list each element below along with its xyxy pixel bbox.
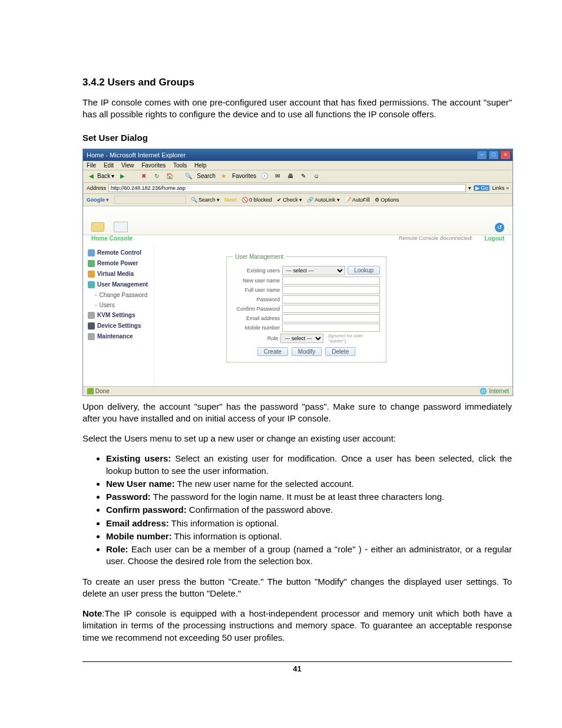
monitor-icon <box>114 222 128 232</box>
google-search-button[interactable]: 🔍 Search ▾ <box>191 197 220 203</box>
app-header: ↺ <box>83 206 513 235</box>
list-item: Password: The password for the login nam… <box>106 491 512 503</box>
history-icon[interactable]: 🕘 <box>260 172 269 181</box>
create-button[interactable]: Create <box>257 347 288 356</box>
ie-statusbar: 🟩 Done 🌐 Internet <box>83 386 513 396</box>
browser-toolbar: ◀ Back ▾ ▶ ✖ ↻ 🏠 🔍 Search ★ Favorites 🕘 … <box>83 170 513 183</box>
search-label[interactable]: Search <box>197 173 216 179</box>
existing-users-select[interactable]: --- select --- <box>282 266 345 275</box>
links-label[interactable]: Links » <box>492 185 509 191</box>
logout-link[interactable]: Logout <box>484 235 504 242</box>
field-definitions-list: Existing users: Select an existing user … <box>82 453 512 567</box>
google-blocked-button[interactable]: 🚫 0 blocked <box>242 197 272 203</box>
google-autolink-button[interactable]: 🔗 AutoLink ▾ <box>307 197 340 203</box>
modify-button[interactable]: Modify <box>292 347 322 356</box>
delete-button[interactable]: Delete <box>325 347 355 356</box>
back-button[interactable]: ◀ Back ▾ <box>87 172 114 181</box>
address-bar: Address ▾ ▶ Go Links » <box>83 183 513 194</box>
forward-icon[interactable]: ▶ <box>118 172 127 181</box>
remote-control-icon <box>88 249 95 256</box>
address-label: Address <box>87 185 106 191</box>
sidebar-item-change-password[interactable]: ◦ Change Password <box>83 290 154 300</box>
new-user-name-label: New user name <box>233 278 280 284</box>
email-address-input[interactable] <box>282 314 380 322</box>
device-icon <box>91 222 104 232</box>
full-user-name-input[interactable] <box>282 286 380 294</box>
menu-help[interactable]: Help <box>194 162 207 169</box>
google-toolbar: Google ▾ 🔍 Search ▾ Now! 🚫 0 blocked ✔ C… <box>83 194 513 206</box>
sidebar-item-kvm-settings[interactable]: KVM Settings <box>83 310 154 321</box>
home-icon[interactable]: 🏠 <box>165 172 174 181</box>
messenger-icon[interactable]: ☺ <box>312 172 321 181</box>
print-icon[interactable]: 🖶 <box>286 172 295 181</box>
app-tabs: Home Console <box>91 235 133 242</box>
content-pane: User Management Existing users --- selec… <box>154 244 513 386</box>
virtual-media-icon <box>88 271 95 278</box>
list-item: Email address: This information is optio… <box>106 518 512 529</box>
refresh-icon[interactable]: ↻ <box>152 172 161 181</box>
address-dropdown-icon[interactable]: ▾ <box>468 185 471 191</box>
confirm-password-input[interactable] <box>282 305 380 313</box>
sidebar-item-users[interactable]: ◦ Users <box>83 300 154 310</box>
go-button[interactable]: ▶ Go <box>474 185 490 191</box>
maintenance-icon <box>88 333 95 340</box>
google-autofill-button[interactable]: 📝 AutoFill <box>345 197 370 203</box>
maximize-icon[interactable]: □ <box>488 150 499 160</box>
stop-icon[interactable]: ✖ <box>139 172 148 181</box>
password-input[interactable] <box>282 295 380 304</box>
back-icon: ◀ <box>87 172 96 181</box>
titlebar: Home - Microsoft Internet Explorer – □ × <box>83 149 513 161</box>
existing-users-label: Existing users <box>233 268 280 274</box>
sidebar-item-user-management[interactable]: User Management <box>83 279 154 290</box>
minimize-icon[interactable]: – <box>477 150 487 160</box>
role-note: (ignored for user "admin") <box>328 333 380 344</box>
role-label: Role <box>233 335 278 341</box>
console-status: Remote Console disconnected! <box>399 235 472 241</box>
remote-power-icon <box>88 260 95 267</box>
list-item: Role: Each user can be a member of a gro… <box>106 543 512 568</box>
fieldset-legend: User Management <box>233 253 286 260</box>
sidebar-item-device-settings[interactable]: Device Settings <box>83 321 154 331</box>
lookup-button[interactable]: Lookup <box>348 266 380 275</box>
google-logo[interactable]: Google ▾ <box>87 197 110 203</box>
status-done: 🟩 Done <box>87 388 110 394</box>
logout-icon[interactable]: ↺ <box>495 223 504 232</box>
tab-home[interactable]: Home <box>91 235 108 242</box>
menu-tools[interactable]: Tools <box>173 162 187 169</box>
favorites-label[interactable]: Favorites <box>232 173 256 179</box>
sidebar-item-remote-control[interactable]: Remote Control <box>83 248 154 258</box>
sidebar-item-virtual-media[interactable]: Virtual Media <box>83 269 154 279</box>
user-management-fieldset: User Management Existing users --- selec… <box>226 253 386 363</box>
para-after-shot-2: Select the Users menu to set up a new us… <box>82 433 512 444</box>
menu-favorites[interactable]: Favorites <box>141 162 166 169</box>
full-user-name-label: Full user name <box>233 287 280 293</box>
menu-edit[interactable]: Edit <box>104 162 114 169</box>
confirm-password-label: Confirm Password <box>233 306 280 312</box>
sidebar-item-remote-power[interactable]: Remote Power <box>83 258 154 269</box>
menu-file[interactable]: File <box>87 162 96 169</box>
app-area: ↺ Home Console Remote Console disconnect… <box>83 206 513 386</box>
menu-view[interactable]: View <box>121 162 134 169</box>
page-number: 41 <box>293 664 301 673</box>
sidebar-item-maintenance[interactable]: Maintenance <box>83 331 154 342</box>
close-icon[interactable]: × <box>500 150 511 160</box>
tab-console[interactable]: Console <box>110 235 133 242</box>
address-input[interactable] <box>108 184 466 192</box>
para-after-shot-1: Upon delivery, the account "super" has t… <box>82 401 512 425</box>
mobile-number-input[interactable] <box>282 324 380 332</box>
window-title: Home - Microsoft Internet Explorer <box>87 151 186 159</box>
google-search-input[interactable] <box>114 196 186 204</box>
status-zone: 🌐 Internet <box>480 388 509 394</box>
google-new-button[interactable]: Now! <box>224 197 237 203</box>
mobile-number-label: Mobile number <box>233 325 280 331</box>
favorites-star-icon: ★ <box>219 172 229 181</box>
page-footer: 41 <box>82 661 512 673</box>
google-check-button[interactable]: ✔ Check ▾ <box>277 197 303 203</box>
list-item: Existing users: Select an existing user … <box>106 453 512 477</box>
edit-icon[interactable]: ✎ <box>299 172 308 181</box>
role-select[interactable]: --- select --- <box>280 334 323 343</box>
google-options-button[interactable]: ⚙ Options <box>375 197 399 203</box>
new-user-name-input[interactable] <box>282 276 380 285</box>
mail-icon[interactable]: ✉ <box>273 172 282 181</box>
list-item: Mobile number: This information is optio… <box>106 531 512 542</box>
